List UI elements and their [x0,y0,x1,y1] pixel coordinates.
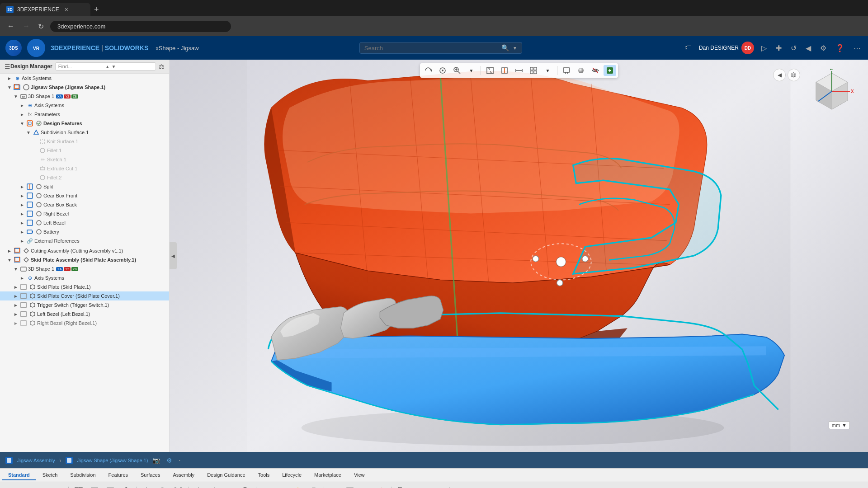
nav-icon-6[interactable]: ❓ [834,42,846,54]
nav-left-arrow[interactable]: ◀ [773,69,786,81]
vtool-measure[interactable] [513,65,525,76]
tab-assembly[interactable]: Assembly [166,470,201,480]
breadcrumb-icon-3[interactable]: 📷 [152,457,160,464]
nav-icon-5[interactable]: ⚙ [818,42,828,54]
tab-standard[interactable]: Standard [2,470,36,480]
vtool-hide[interactable] [589,65,602,76]
tree-item-external-refs[interactable]: ► 🔗 External References [0,236,169,245]
forward-button[interactable]: → [21,20,32,32]
nav-icon-4[interactable]: ◀ [804,42,813,54]
btool-collapse[interactable]: ◀ [4,484,18,488]
btool-axis-tool[interactable] [374,484,389,488]
btool-scale[interactable] [171,484,185,488]
orientation-cube[interactable]: X Z [809,69,854,114]
tree-item-gear-box-back[interactable]: ► Gear Box Back [0,200,169,209]
btool-redo[interactable] [35,484,50,488]
tree-item-fillet-2[interactable]: Fillet.2 [0,173,169,182]
btool-light[interactable] [291,484,305,488]
btool-combine[interactable] [426,484,441,488]
tab-lifecycle[interactable]: Lifecycle [276,470,308,480]
sidebar-collapse-button[interactable]: ◀ [170,242,177,269]
tree-item-3d-shape-2[interactable]: ▼ 3D Shape 1 XA Y2 ZB [0,264,169,273]
tree-item-skid-plate[interactable]: ► Skid Plate (Skid Plate.1) [0,282,169,291]
vtool-dropdown[interactable]: ▼ [465,65,478,76]
btool-section-view[interactable] [223,484,237,488]
sidebar-filter-icon[interactable]: ⚖ [159,63,165,70]
vtool-pan[interactable] [436,65,449,76]
tree-item-battery[interactable]: ► Battery [0,227,169,236]
nav-icon-7[interactable]: ⋯ [852,42,863,54]
btool-rotate-3d[interactable] [155,484,170,488]
active-tab[interactable]: 3D 3DEXPERIENCE × [0,3,90,16]
vtool-tree[interactable] [604,65,616,76]
btool-explode[interactable] [395,484,409,488]
search-dropdown-icon[interactable]: ▼ [513,46,517,51]
tree-item-skid-plate-cover[interactable]: ► Skid Plate Cover (Skid Plate Cover.1) [0,291,169,300]
tag-icon[interactable]: 🏷 [683,42,693,54]
tree-item-axis-systems-top[interactable]: ► ⊕ Axis Systems [0,74,169,83]
tree-item-right-bezel[interactable]: ► Right Bezel [0,209,169,218]
nav-icon-1[interactable]: ▷ [760,42,769,54]
find-down-icon[interactable]: ▼ [112,64,116,69]
tree-item-skid-plate-assembly[interactable]: ▼ Skid Plate Assembly (Skid Plate Assemb… [0,255,169,264]
btool-snap[interactable] [191,484,206,488]
tree-item-fillet-1[interactable]: Fillet.1 [0,146,169,155]
btool-undo[interactable] [19,484,34,488]
tab-view[interactable]: View [348,470,371,480]
btool-front-view[interactable]: F [87,484,102,488]
btool-camera[interactable] [307,484,321,488]
tree-item-left-bezel[interactable]: ► Left Bezel [0,218,169,227]
btool-material[interactable] [259,484,274,488]
btool-iso-view[interactable] [119,484,133,488]
tree-item-axis-systems-3[interactable]: ► ⊕ Axis Systems [0,273,169,282]
nav-settings-btn[interactable] [788,69,800,81]
btool-grid[interactable] [71,484,86,488]
nav-icon-3[interactable]: ↺ [789,42,798,54]
btool-annotation[interactable] [343,484,357,488]
btool-plane[interactable] [359,484,373,488]
btool-move[interactable] [139,484,154,488]
btool-mirror[interactable] [442,484,457,488]
tab-sketch[interactable]: Sketch [36,470,64,480]
tree-item-axis-systems-2[interactable]: ► ⊕ Axis Systems [0,101,169,110]
search-input[interactable] [364,45,498,52]
vtool-dropdown2[interactable]: ▼ [542,65,554,76]
tab-marketplace[interactable]: Marketplace [308,470,348,480]
btool-render[interactable] [275,484,289,488]
sidebar-menu-icon[interactable]: ☰ [5,63,10,70]
search-icon[interactable]: 🔍 [501,44,509,52]
tree-item-subdivision-surface[interactable]: ▼ Subdivision Surface.1 [0,128,169,137]
tree-item-design-features[interactable]: ▼ Design Features [0,119,169,128]
btool-help[interactable]: ? [51,484,66,488]
tree-item-right-bezel-2[interactable]: ► Right Bezel (Right Bezel.1) [0,319,169,328]
tree-item-jigsaw-shape[interactable]: ▼ Jigsaw Shape (Jigsaw Shape.1) [0,83,169,92]
btool-measure2[interactable] [327,484,341,488]
vtool-rotate[interactable] [422,65,434,76]
tree-item-knit-surface[interactable]: Knit Surface.1 [0,137,169,146]
btool-analysis[interactable] [239,484,253,488]
tab-tools[interactable]: Tools [252,470,276,480]
tree-item-extrude-cut-1[interactable]: Extrude Cut.1 [0,164,169,173]
tree-item-cutting-assembly[interactable]: ► Cutting Assembly (Cutting Assembly v1.… [0,246,169,255]
unit-selector[interactable]: mm ▼ [829,421,850,429]
sidebar-find-input[interactable] [58,64,104,69]
tree-item-left-bezel-2[interactable]: ► Left Bezel (Left Bezel.1) [0,310,169,319]
btool-top-view[interactable]: T [103,484,118,488]
tree-item-trigger-switch[interactable]: ► Trigger Switch (Trigger Switch.1) [0,300,169,310]
btool-align[interactable] [207,484,222,488]
new-tab-button[interactable]: + [90,5,103,14]
vtool-display[interactable] [560,65,573,76]
nav-icon-2[interactable]: ✚ [774,42,783,54]
tab-close[interactable]: × [65,6,68,13]
reload-button[interactable]: ↻ [36,20,46,33]
breadcrumb-jigsaw-assembly[interactable]: Jigsaw Assembly [17,458,55,463]
tab-features[interactable]: Features [102,470,134,480]
breadcrumb-jigsaw-shape[interactable]: Jigsaw Shape (Jigsaw Shape.1) [77,458,148,463]
vtool-fit[interactable] [484,65,496,76]
url-bar[interactable]: 3dexperience.com [50,21,231,32]
vtool-section[interactable] [498,65,511,76]
vtool-zoom[interactable] [451,65,463,76]
tab-surfaces[interactable]: Surfaces [134,470,166,480]
tree-item-gear-box-front[interactable]: ► Gear Box Front [0,191,169,200]
tree-item-sketch-1[interactable]: ✏ Sketch.1 [0,155,169,164]
